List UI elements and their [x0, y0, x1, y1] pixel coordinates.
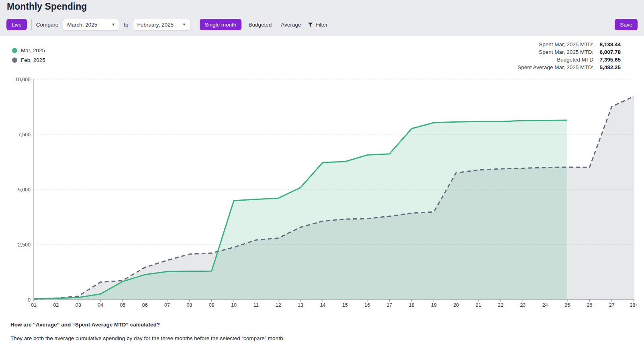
svg-text:21: 21: [476, 302, 481, 308]
svg-text:2,500: 2,500: [18, 242, 31, 248]
average-button[interactable]: Average: [278, 19, 303, 30]
svg-text:03: 03: [76, 302, 81, 308]
svg-text:5,000: 5,000: [18, 187, 31, 193]
svg-text:09: 09: [209, 302, 215, 308]
single-month-button[interactable]: Single month: [200, 19, 242, 30]
compare-from-value: March, 2025: [67, 22, 97, 28]
footnote-answer: They are both the average cumulative spe…: [10, 335, 284, 341]
svg-text:07: 07: [164, 302, 170, 308]
compare-to-select[interactable]: February, 2025 ▼: [133, 19, 190, 31]
svg-text:02: 02: [53, 302, 59, 308]
svg-text:10: 10: [231, 302, 237, 308]
compare-label: Compare: [36, 22, 59, 28]
svg-text:17: 17: [386, 302, 392, 308]
svg-text:22: 22: [498, 302, 503, 308]
svg-text:16: 16: [364, 302, 370, 308]
svg-text:10,000: 10,000: [15, 77, 31, 82]
svg-text:05: 05: [120, 302, 125, 308]
svg-text:12: 12: [276, 302, 281, 308]
toolbar-divider: [195, 19, 195, 30]
chevron-down-icon: ▼: [111, 23, 115, 27]
svg-text:19: 19: [431, 302, 437, 308]
toolbar-divider: [31, 19, 32, 30]
compare-to-value: February, 2025: [137, 22, 174, 28]
filter-button-label: Filter: [315, 22, 327, 28]
svg-text:0: 0: [28, 297, 31, 303]
page-title: Monthly Spending: [7, 1, 87, 12]
svg-text:13: 13: [298, 302, 303, 308]
spending-chart-svg: 02,5005,0007,50010,000010203040506070809…: [0, 36, 644, 318]
svg-text:08: 08: [186, 302, 192, 308]
top-band: Monthly Spending Live Compare March, 202…: [0, 0, 644, 36]
svg-text:20: 20: [453, 302, 459, 308]
svg-text:06: 06: [142, 302, 148, 308]
live-button[interactable]: Live: [6, 19, 27, 30]
svg-text:18: 18: [409, 302, 415, 308]
svg-text:27: 27: [609, 302, 615, 308]
monthly-spending-page: Monthly Spending Live Compare March, 202…: [0, 0, 644, 353]
svg-text:11: 11: [254, 302, 259, 308]
filter-button[interactable]: Filter: [308, 19, 327, 30]
svg-text:04: 04: [98, 302, 103, 308]
svg-text:7,500: 7,500: [18, 132, 31, 138]
budgeted-button[interactable]: Budgeted: [246, 19, 274, 30]
svg-text:15: 15: [342, 302, 348, 308]
chart-card: Mar, 2025 Feb, 2025 Spent Mar, 2025 MTD:…: [0, 36, 644, 353]
footnote-question: How are “Average” and “Spent Average MTD…: [10, 322, 160, 328]
svg-text:14: 14: [320, 302, 325, 308]
svg-text:25: 25: [564, 302, 570, 308]
svg-text:26: 26: [587, 302, 592, 308]
svg-text:24: 24: [542, 302, 548, 308]
funnel-icon: [308, 22, 313, 27]
svg-text:01: 01: [31, 302, 37, 308]
chevron-down-icon: ▼: [182, 23, 186, 27]
svg-text:28+: 28+: [630, 302, 638, 308]
to-label: to: [124, 22, 128, 28]
compare-from-select[interactable]: March, 2025 ▼: [63, 19, 119, 31]
svg-text:23: 23: [520, 302, 525, 308]
save-button[interactable]: Save: [615, 19, 638, 30]
toolbar: Live Compare March, 2025 ▼ to February, …: [6, 18, 638, 31]
